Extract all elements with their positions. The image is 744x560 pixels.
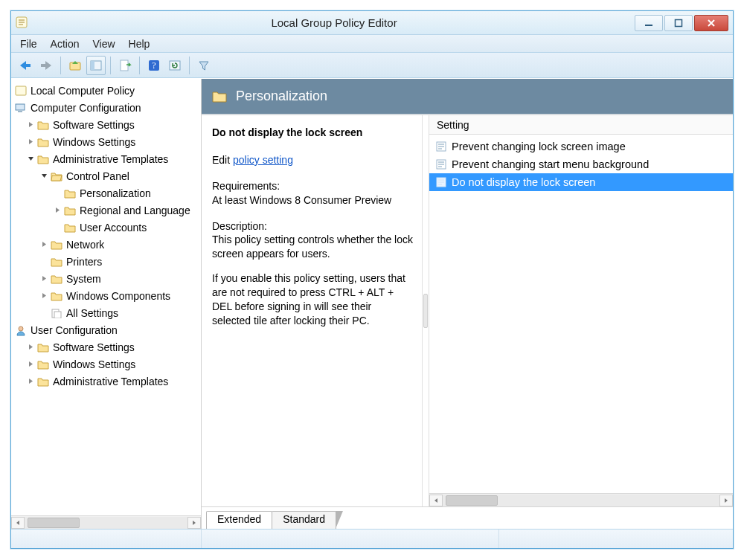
- help-button[interactable]: ?: [144, 56, 164, 75]
- settings-icon: [50, 307, 63, 319]
- setting-icon: [435, 141, 447, 152]
- description-label: Description:: [212, 219, 413, 234]
- list-item-label: Prevent changing lock screen image: [452, 141, 626, 152]
- menu-help[interactable]: Help: [129, 38, 150, 50]
- expand-icon[interactable]: [26, 138, 35, 145]
- tree-user-accounts[interactable]: User Accounts: [13, 219, 199, 236]
- folder-icon: [36, 376, 50, 387]
- back-button[interactable]: [16, 56, 35, 75]
- toolbar-separator: [110, 57, 111, 74]
- up-button[interactable]: [65, 56, 85, 75]
- list-item-label: Do not display the lock screen: [452, 176, 595, 188]
- svg-rect-2: [676, 19, 682, 26]
- export-button[interactable]: [115, 56, 135, 75]
- forward-button[interactable]: [36, 56, 56, 75]
- menu-file[interactable]: File: [20, 38, 37, 50]
- expand-icon[interactable]: [39, 241, 48, 248]
- refresh-button[interactable]: [165, 56, 185, 75]
- tree-software-settings[interactable]: Software Settings: [13, 116, 199, 133]
- tree-u-admin-templates[interactable]: Administrative Templates: [13, 373, 199, 390]
- svg-rect-1: [645, 25, 652, 26]
- tree-network[interactable]: Network: [13, 236, 199, 253]
- description-text: This policy setting controls whether the…: [212, 233, 413, 261]
- status-cell: [11, 530, 202, 548]
- svg-rect-16: [54, 312, 61, 318]
- expand-icon[interactable]: [26, 344, 35, 350]
- expand-icon[interactable]: [53, 207, 62, 213]
- filter-button[interactable]: [194, 56, 214, 75]
- folder-icon: [212, 90, 227, 103]
- status-cell: [499, 530, 733, 548]
- titlebar[interactable]: Local Group Policy Editor: [11, 11, 733, 35]
- app-window: Local Group Policy Editor File Action Vi…: [10, 10, 734, 549]
- tree-control-panel[interactable]: Control Panel: [13, 167, 199, 184]
- scroll-right-icon[interactable]: [187, 517, 201, 529]
- menu-action[interactable]: Action: [51, 38, 80, 50]
- grip-icon: [423, 294, 428, 328]
- expand-icon[interactable]: [39, 292, 48, 299]
- edit-policy-link[interactable]: policy setting: [233, 154, 293, 166]
- window-controls: [635, 15, 728, 31]
- svg-rect-7: [91, 61, 94, 70]
- list-item[interactable]: Prevent changing start menu background: [429, 155, 733, 173]
- collapse-icon[interactable]: [26, 155, 35, 162]
- maximize-button[interactable]: [664, 15, 693, 31]
- toolbar-separator: [189, 57, 190, 74]
- tree-computer-config[interactable]: Computer Configuration: [13, 99, 199, 116]
- tree-regional[interactable]: Regional and Language: [13, 202, 199, 219]
- tab-standard[interactable]: Standard: [272, 511, 336, 529]
- menu-view[interactable]: View: [92, 38, 115, 50]
- user-icon: [14, 324, 28, 336]
- settings-list[interactable]: Prevent changing lock screen image Preve…: [429, 135, 733, 506]
- tab-extended[interactable]: Extended: [206, 511, 272, 529]
- expand-icon[interactable]: [26, 361, 35, 367]
- tree-windows-settings[interactable]: Windows Settings: [13, 133, 199, 150]
- list-item-selected[interactable]: Do not display the lock screen: [429, 173, 733, 191]
- tree-body[interactable]: Local Computer Policy Computer Configura…: [11, 79, 201, 515]
- splitter[interactable]: [422, 115, 429, 506]
- tree-u-software-settings[interactable]: Software Settings: [13, 338, 199, 355]
- svg-rect-4: [41, 64, 45, 67]
- collapse-icon[interactable]: [39, 173, 48, 179]
- svg-point-17: [19, 326, 23, 331]
- tree-user-config[interactable]: User Configuration: [13, 321, 199, 338]
- list-item[interactable]: Prevent changing lock screen image: [429, 138, 733, 155]
- statusbar: [11, 529, 733, 548]
- scroll-left-icon[interactable]: [11, 517, 25, 529]
- expand-icon[interactable]: [26, 378, 35, 384]
- expand-icon[interactable]: [39, 275, 48, 282]
- svg-rect-8: [121, 60, 128, 71]
- tree-pane: Local Computer Policy Computer Configura…: [11, 79, 202, 529]
- minimize-button[interactable]: [635, 15, 663, 31]
- requirements-label: Requirements:: [212, 179, 413, 193]
- scroll-right-icon[interactable]: [719, 495, 733, 506]
- tree-windows-components[interactable]: Windows Components: [13, 287, 199, 304]
- settings-list-pane: Setting Prevent changing lock screen ima…: [429, 115, 733, 506]
- folder-icon: [50, 239, 63, 251]
- view-tabs: Extended Standard: [202, 506, 733, 529]
- svg-rect-12: [16, 86, 26, 95]
- edit-line: Edit policy setting: [212, 153, 413, 167]
- pane-header: Personalization: [202, 79, 733, 115]
- tree-h-scrollbar[interactable]: [11, 515, 201, 529]
- list-column-header[interactable]: Setting: [429, 115, 733, 135]
- tree-system[interactable]: System: [13, 270, 199, 287]
- tree-root[interactable]: Local Computer Policy: [13, 82, 199, 99]
- tree-admin-templates[interactable]: Administrative Templates: [13, 150, 199, 167]
- selected-policy-name: Do not display the lock screen: [212, 126, 413, 140]
- window-title: Local Group Policy Editor: [33, 16, 635, 29]
- computer-icon: [14, 102, 28, 114]
- scroll-left-icon[interactable]: [429, 495, 443, 506]
- list-h-scrollbar[interactable]: [429, 493, 733, 506]
- tree-personalization[interactable]: Personalization: [13, 184, 199, 202]
- expand-icon[interactable]: [26, 121, 35, 128]
- folder-open-icon: [50, 170, 63, 182]
- tree-all-settings[interactable]: All Settings: [13, 304, 199, 321]
- close-button[interactable]: [694, 15, 728, 31]
- policy-icon: [14, 85, 28, 97]
- folder-icon: [36, 358, 50, 370]
- tree-printers[interactable]: Printers: [13, 253, 199, 270]
- tree-u-windows-settings[interactable]: Windows Settings: [13, 355, 199, 373]
- show-hide-tree-button[interactable]: [86, 56, 106, 75]
- svg-rect-3: [26, 64, 31, 67]
